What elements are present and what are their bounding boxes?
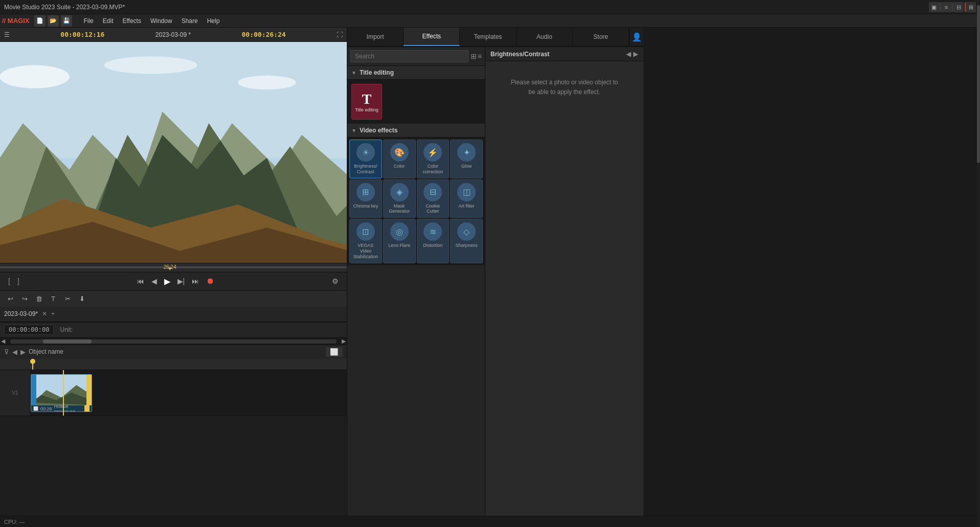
scissors-button[interactable]: ✂ [61,292,74,305]
record-button[interactable]: ⏺ [204,276,216,287]
obj-nav-forward[interactable]: ▶ [20,348,26,356]
effect-color-correction[interactable]: ⚡ Color correction [417,140,450,178]
search-input[interactable] [350,50,469,62]
effect-vegas-stabilization[interactable]: ⊡ VEGAS Video Stabilization [349,219,382,263]
menu-effects[interactable]: Effects [118,16,145,26]
add-tab-icon[interactable]: + [51,310,55,317]
list-view-icon[interactable]: ≡ [478,52,482,60]
obj-nav-collapse[interactable]: ⊽ [4,348,9,356]
next-frame-button[interactable]: ▶| [175,276,187,286]
tab-effects[interactable]: Effects [404,28,460,46]
effect-mask-generator[interactable]: ◈ Mask Generator [383,179,416,218]
settings-icon[interactable]: ⚙ [330,276,341,286]
mark-out-button[interactable]: ] [15,276,21,286]
video-clip[interactable]: ⬜ 00:26 Новый проект.avi [31,374,92,412]
text-button[interactable]: T [47,292,59,305]
right-panel: Import Effects Templates Audio Store 👤 [347,28,643,527]
timeline-timecode: 00:00:00:00 [4,325,54,335]
play-button[interactable]: ▶ [162,276,172,287]
detail-nav-prev[interactable]: ◀ [626,50,631,58]
menu-file[interactable]: File [79,16,97,26]
scroll-left-arrow[interactable]: ◀ [1,338,5,345]
project-tab-name[interactable]: 2023-03-09* [4,310,38,317]
effect-chroma-key[interactable]: ⊞ Chroma key [349,179,382,218]
track-playhead [63,370,64,416]
object-detail-button[interactable]: ⬜ [326,347,343,357]
chroma-key-icon: ⊞ [357,183,375,201]
prev-marker-button[interactable]: ⏮ [135,276,146,286]
object-bar: ⊽ ◀ ▶ Object name ⬜ [0,345,347,359]
tab-store[interactable]: Store [573,28,629,46]
effects-grid: ☀ Brightness/ Contrast 🎨 Color ⚡ Color c… [347,138,485,265]
obj-nav-back[interactable]: ◀ [12,348,17,356]
close-tab-icon[interactable]: ✕ [42,310,47,317]
effect-sharpness[interactable]: ◇ Sharpness [450,219,483,263]
tab-audio[interactable]: Audio [517,28,573,46]
timeline-scrubber[interactable]: 26:24 [0,263,347,272]
toolbar-icons: 📄 📂 💾 [34,15,72,27]
redo-button[interactable]: ↪ [18,292,31,305]
track-view-normal[interactable]: ▣ [929,2,939,12]
lens-flare-icon: ◎ [390,222,409,241]
fullscreen-icon[interactable]: ⛶ [337,31,343,38]
effect-brightness-contrast[interactable]: ☀ Brightness/ Contrast [349,140,382,178]
current-time: 00:00:12:16 [60,31,104,38]
scroll-right-arrow[interactable]: ▶ [342,338,346,345]
track-view-small[interactable]: ⊟ [953,2,964,12]
title-bar: Movie Studio 2023 Suite - 2023-03-09.MVP… [0,0,980,14]
mark-controls: [ ] [6,276,21,286]
scrubber-time: 26:24 [164,264,176,270]
import-button[interactable]: ⬇ [76,292,88,305]
grid-view-icon[interactable]: ⊞ [471,52,477,60]
effect-cookie-cutter[interactable]: ⊟ Cookie Cutter [417,179,450,218]
app-logo: // MAGIX [2,17,29,25]
menu-edit[interactable]: Edit [99,16,118,26]
effect-detail: Brightness/Contrast ◀ ▶ Please select a … [485,47,643,527]
timeline-playhead [32,359,33,370]
prev-frame-button[interactable]: ◀ [149,276,159,286]
cookie-cutter-icon: ⊟ [424,183,442,201]
edit-toolbar: ↩ ↪ 🗑 T ✂ ⬇ [0,290,347,307]
tab-import[interactable]: Import [347,28,404,46]
effect-color[interactable]: 🎨 Color [383,140,416,178]
effect-art-filter[interactable]: ◫ Art filter [450,179,483,218]
lens-flare-label: Lens Flare [388,243,410,248]
timeline-area: 2023-03-09* ✕ + ▣ ≡ ⊟ ⊞ 00:00:00:00 Unit… [0,307,347,528]
hamburger-icon[interactable]: ☰ [4,31,10,38]
new-icon[interactable]: 📄 [34,15,46,27]
title-editing-item[interactable]: T Title editing [351,84,382,120]
section-video-label: Video effects [360,127,397,134]
timeline-scroll[interactable]: ◀ ▶ [0,337,347,345]
transport-top: ☰ 00:00:12:16 2023-03-09 * 00:00:26:24 ⛶ [0,28,347,42]
color-correction-label: Color correction [419,164,447,175]
menu-help[interactable]: Help [203,16,224,26]
undo-button[interactable]: ↩ [4,292,16,305]
video-preview [0,42,347,263]
next-marker-button[interactable]: ⏭ [190,276,201,286]
section-video-effects[interactable]: ▼ Video effects [347,124,485,138]
section-title-editing[interactable]: ▼ Title editing [347,66,485,80]
tab-templates[interactable]: Templates [460,28,516,46]
extra-controls: ⚙ [330,276,341,286]
mark-in-button[interactable]: [ [6,276,12,286]
right-panel-icon[interactable]: 👤 [629,28,643,46]
track-content: ⬜ 00:26 Новый проект.avi [31,370,347,416]
menu-share[interactable]: Share [177,16,202,26]
track-view-list[interactable]: ⊞ [966,2,976,12]
svg-point-3 [104,56,197,74]
timeline-tracks: V1 [0,359,347,441]
save-icon[interactable]: 💾 [61,15,72,27]
delete-button[interactable]: 🗑 [33,292,45,305]
color-label: Color [394,164,405,169]
open-icon[interactable]: 📂 [48,15,59,27]
effect-glow[interactable]: ✦ Glow [450,140,483,178]
track-view-compact[interactable]: ≡ [941,2,951,12]
effect-tabs: Import Effects Templates Audio Store 👤 [347,28,643,47]
glow-icon: ✦ [457,143,476,162]
effect-lens-flare[interactable]: ◎ Lens Flare [383,219,416,263]
detail-nav-next[interactable]: ▶ [633,50,638,58]
art-filter-label: Art filter [459,203,475,209]
menu-window[interactable]: Window [146,16,176,26]
effect-distortion[interactable]: ≋ Distortion [417,219,450,263]
unit-label: Unit: [60,326,73,333]
